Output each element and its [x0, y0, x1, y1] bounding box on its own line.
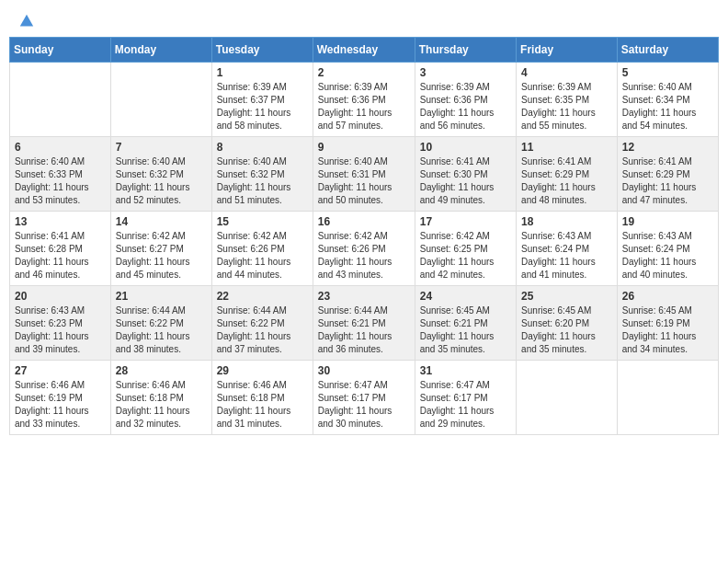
cell-content: Sunrise: 6:40 AM Sunset: 6:32 PM Dayligh… [217, 155, 308, 207]
day-number: 4 [521, 66, 612, 79]
calendar-header-tuesday: Tuesday [211, 38, 313, 63]
calendar-table: SundayMondayTuesdayWednesdayThursdayFrid… [9, 37, 719, 435]
calendar-cell: 10Sunrise: 6:41 AM Sunset: 6:30 PM Dayli… [415, 137, 516, 212]
calendar-cell: 11Sunrise: 6:41 AM Sunset: 6:29 PM Dayli… [517, 137, 618, 212]
day-number: 8 [217, 141, 308, 154]
cell-content: Sunrise: 6:40 AM Sunset: 6:32 PM Dayligh… [116, 155, 207, 207]
calendar-cell: 22Sunrise: 6:44 AM Sunset: 6:22 PM Dayli… [211, 286, 313, 361]
calendar-cell [110, 63, 211, 137]
calendar-cell [10, 63, 111, 137]
calendar-cell: 20Sunrise: 6:43 AM Sunset: 6:23 PM Dayli… [10, 286, 111, 361]
day-number: 10 [420, 141, 511, 154]
cell-content: Sunrise: 6:41 AM Sunset: 6:29 PM Dayligh… [521, 155, 612, 207]
calendar-cell: 23Sunrise: 6:44 AM Sunset: 6:21 PM Dayli… [313, 286, 415, 361]
cell-content: Sunrise: 6:39 AM Sunset: 6:35 PM Dayligh… [521, 81, 612, 132]
day-number: 3 [420, 66, 511, 79]
calendar-header-monday: Monday [110, 38, 211, 63]
cell-content: Sunrise: 6:40 AM Sunset: 6:31 PM Dayligh… [318, 155, 410, 207]
calendar-cell: 21Sunrise: 6:44 AM Sunset: 6:22 PM Dayli… [110, 286, 211, 361]
day-number: 26 [622, 290, 713, 303]
cell-content: Sunrise: 6:42 AM Sunset: 6:27 PM Dayligh… [116, 230, 207, 282]
calendar-cell: 2Sunrise: 6:39 AM Sunset: 6:36 PM Daylig… [313, 63, 415, 137]
day-number: 2 [318, 66, 410, 79]
calendar-header-row: SundayMondayTuesdayWednesdayThursdayFrid… [10, 38, 719, 63]
calendar-cell: 24Sunrise: 6:45 AM Sunset: 6:21 PM Dayli… [415, 286, 516, 361]
calendar-cell: 14Sunrise: 6:42 AM Sunset: 6:27 PM Dayli… [110, 212, 211, 286]
cell-content: Sunrise: 6:45 AM Sunset: 6:20 PM Dayligh… [521, 304, 612, 356]
calendar-header-sunday: Sunday [10, 38, 111, 63]
cell-content: Sunrise: 6:41 AM Sunset: 6:30 PM Dayligh… [420, 155, 511, 207]
logo-icon [18, 13, 35, 29]
calendar-week-row: 6Sunrise: 6:40 AM Sunset: 6:33 PM Daylig… [10, 137, 719, 212]
day-number: 27 [15, 364, 106, 377]
calendar-cell: 28Sunrise: 6:46 AM Sunset: 6:18 PM Dayli… [110, 361, 211, 435]
calendar-cell [617, 361, 718, 435]
calendar-cell: 30Sunrise: 6:47 AM Sunset: 6:17 PM Dayli… [313, 361, 415, 435]
calendar-cell: 27Sunrise: 6:46 AM Sunset: 6:19 PM Dayli… [10, 361, 111, 435]
cell-content: Sunrise: 6:46 AM Sunset: 6:18 PM Dayligh… [116, 379, 207, 431]
cell-content: Sunrise: 6:39 AM Sunset: 6:37 PM Dayligh… [217, 81, 308, 132]
calendar-cell: 26Sunrise: 6:45 AM Sunset: 6:19 PM Dayli… [617, 286, 718, 361]
day-number: 14 [116, 215, 207, 228]
cell-content: Sunrise: 6:44 AM Sunset: 6:22 PM Dayligh… [116, 304, 207, 356]
calendar-cell: 12Sunrise: 6:41 AM Sunset: 6:29 PM Dayli… [617, 137, 718, 212]
calendar-cell: 1Sunrise: 6:39 AM Sunset: 6:37 PM Daylig… [211, 63, 313, 137]
calendar-cell: 31Sunrise: 6:47 AM Sunset: 6:17 PM Dayli… [415, 361, 516, 435]
day-number: 22 [217, 290, 308, 303]
cell-content: Sunrise: 6:39 AM Sunset: 6:36 PM Dayligh… [318, 81, 410, 132]
calendar-week-row: 1Sunrise: 6:39 AM Sunset: 6:37 PM Daylig… [10, 63, 719, 137]
day-number: 12 [622, 141, 713, 154]
cell-content: Sunrise: 6:42 AM Sunset: 6:25 PM Dayligh… [420, 230, 511, 282]
day-number: 18 [521, 215, 612, 228]
day-number: 29 [217, 364, 308, 377]
cell-content: Sunrise: 6:45 AM Sunset: 6:19 PM Dayligh… [622, 304, 713, 356]
day-number: 1 [217, 66, 308, 79]
day-number: 20 [15, 290, 106, 303]
calendar-cell: 18Sunrise: 6:43 AM Sunset: 6:24 PM Dayli… [517, 212, 618, 286]
cell-content: Sunrise: 6:43 AM Sunset: 6:24 PM Dayligh… [521, 230, 612, 282]
day-number: 6 [15, 141, 106, 154]
day-number: 30 [318, 364, 410, 377]
day-number: 17 [420, 215, 511, 228]
calendar-cell: 13Sunrise: 6:41 AM Sunset: 6:28 PM Dayli… [10, 212, 111, 286]
page-header [9, 9, 719, 29]
day-number: 5 [622, 66, 713, 79]
day-number: 16 [318, 215, 410, 228]
cell-content: Sunrise: 6:44 AM Sunset: 6:21 PM Dayligh… [318, 304, 410, 356]
cell-content: Sunrise: 6:43 AM Sunset: 6:23 PM Dayligh… [15, 304, 106, 356]
cell-content: Sunrise: 6:46 AM Sunset: 6:18 PM Dayligh… [217, 379, 308, 431]
day-number: 19 [622, 215, 713, 228]
day-number: 21 [116, 290, 207, 303]
calendar-cell: 17Sunrise: 6:42 AM Sunset: 6:25 PM Dayli… [415, 212, 516, 286]
calendar-header-saturday: Saturday [617, 38, 718, 63]
day-number: 15 [217, 215, 308, 228]
calendar-header-friday: Friday [517, 38, 618, 63]
cell-content: Sunrise: 6:43 AM Sunset: 6:24 PM Dayligh… [622, 230, 713, 282]
calendar-week-row: 27Sunrise: 6:46 AM Sunset: 6:19 PM Dayli… [10, 361, 719, 435]
cell-content: Sunrise: 6:39 AM Sunset: 6:36 PM Dayligh… [420, 81, 511, 132]
calendar-cell: 9Sunrise: 6:40 AM Sunset: 6:31 PM Daylig… [313, 137, 415, 212]
calendar-header-wednesday: Wednesday [313, 38, 415, 63]
calendar-cell: 5Sunrise: 6:40 AM Sunset: 6:34 PM Daylig… [617, 63, 718, 137]
cell-content: Sunrise: 6:46 AM Sunset: 6:19 PM Dayligh… [15, 379, 106, 431]
calendar-cell: 29Sunrise: 6:46 AM Sunset: 6:18 PM Dayli… [211, 361, 313, 435]
cell-content: Sunrise: 6:44 AM Sunset: 6:22 PM Dayligh… [217, 304, 308, 356]
day-number: 23 [318, 290, 410, 303]
calendar-cell: 6Sunrise: 6:40 AM Sunset: 6:33 PM Daylig… [10, 137, 111, 212]
calendar-cell: 4Sunrise: 6:39 AM Sunset: 6:35 PM Daylig… [517, 63, 618, 137]
cell-content: Sunrise: 6:40 AM Sunset: 6:33 PM Dayligh… [15, 155, 106, 207]
calendar-cell: 16Sunrise: 6:42 AM Sunset: 6:26 PM Dayli… [313, 212, 415, 286]
day-number: 13 [15, 215, 106, 228]
calendar-cell [517, 361, 618, 435]
cell-content: Sunrise: 6:47 AM Sunset: 6:17 PM Dayligh… [420, 379, 511, 431]
cell-content: Sunrise: 6:41 AM Sunset: 6:28 PM Dayligh… [15, 230, 106, 282]
cell-content: Sunrise: 6:42 AM Sunset: 6:26 PM Dayligh… [318, 230, 410, 282]
calendar-cell: 25Sunrise: 6:45 AM Sunset: 6:20 PM Dayli… [517, 286, 618, 361]
cell-content: Sunrise: 6:42 AM Sunset: 6:26 PM Dayligh… [217, 230, 308, 282]
cell-content: Sunrise: 6:40 AM Sunset: 6:34 PM Dayligh… [622, 81, 713, 132]
calendar-header-thursday: Thursday [415, 38, 516, 63]
day-number: 11 [521, 141, 612, 154]
calendar-cell: 8Sunrise: 6:40 AM Sunset: 6:32 PM Daylig… [211, 137, 313, 212]
calendar-cell: 19Sunrise: 6:43 AM Sunset: 6:24 PM Dayli… [617, 212, 718, 286]
calendar-cell: 7Sunrise: 6:40 AM Sunset: 6:32 PM Daylig… [110, 137, 211, 212]
